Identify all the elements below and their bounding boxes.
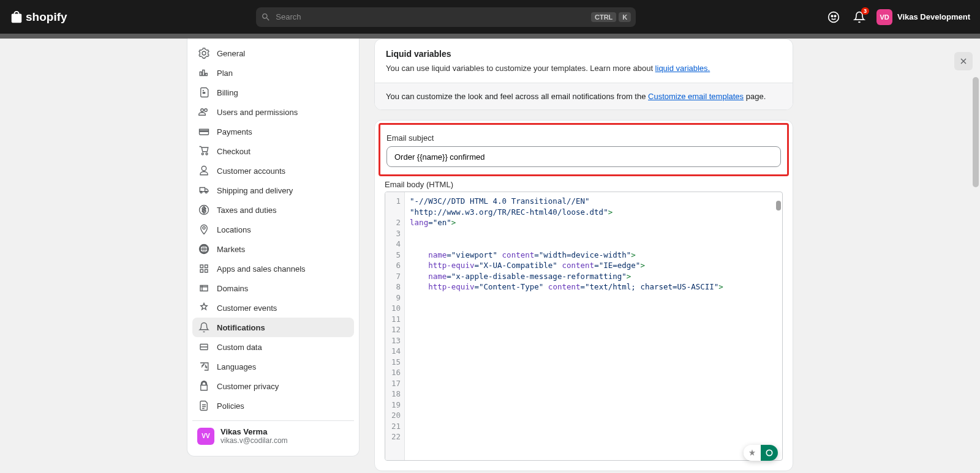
sidebar-item-customer-accounts[interactable]: Customer accounts [192, 161, 354, 181]
liquid-desc: You can use liquid variables to customiz… [386, 64, 782, 73]
sidebar-item-shipping-and-delivery[interactable]: Shipping and delivery [192, 181, 354, 200]
person-icon [198, 165, 209, 176]
keyboard-shortcut: CTRLK [591, 12, 631, 22]
pin-icon [198, 224, 209, 235]
sidebar-item-label: Languages [217, 362, 256, 371]
sidebar-item-markets[interactable]: Markets [192, 239, 354, 259]
user-email: vikas.v@codilar.com [221, 436, 288, 445]
sidebar-item-billing[interactable]: Billing [192, 83, 354, 102]
search-input[interactable]: Search CTRLK [256, 7, 636, 27]
floating-action-button[interactable] [744, 445, 778, 461]
user-name: Vikas Verma [221, 427, 288, 436]
sidebar-item-apps-and-sales-channels[interactable]: Apps and sales channels [192, 259, 354, 278]
shopify-bag-icon [10, 10, 23, 24]
notification-badge: 3 [861, 7, 869, 15]
policy-icon [198, 400, 209, 411]
users-icon [198, 106, 209, 117]
code-content[interactable]: "-//W3C//DTD HTML 4.0 Transitional//EN" … [405, 192, 782, 460]
line-gutter: 12345678910111213141516171819202122 [385, 192, 405, 460]
sidebar-item-customer-privacy[interactable]: Customer privacy [192, 376, 354, 396]
domain-icon [198, 283, 209, 294]
sidebar-item-policies[interactable]: Policies [192, 396, 354, 415]
sidebar-item-payments[interactable]: Payments [192, 122, 354, 141]
sidebar-item-label: Notifications [217, 323, 265, 332]
email-body-editor[interactable]: 12345678910111213141516171819202122 "-//… [385, 192, 783, 461]
sidebar-item-label: Custom data [217, 343, 262, 352]
svg-point-3 [766, 450, 772, 455]
plan-icon [198, 67, 209, 78]
sidebar-item-customer-events[interactable]: Customer events [192, 298, 354, 318]
sidebar-item-general[interactable]: General [192, 43, 354, 63]
notifications-icon[interactable]: 3 [851, 9, 868, 26]
sidebar-item-label: Customer privacy [217, 382, 279, 391]
store-switcher[interactable]: VD Vikas Development [876, 9, 970, 25]
email-subject-input[interactable] [386, 146, 781, 167]
liquid-variables-card: Liquid variables You can use liquid vari… [374, 39, 793, 110]
cart-icon [198, 146, 209, 157]
bell-icon [198, 322, 209, 333]
store-name: Vikas Development [897, 12, 970, 21]
email-body-label: Email body (HTML) [385, 180, 793, 189]
svg-point-1 [831, 15, 833, 17]
settings-sidebar: GeneralPlanBillingUsers and permissionsP… [187, 39, 360, 456]
sidebar-item-languages[interactable]: Languages [192, 357, 354, 376]
logo[interactable]: shopify [10, 10, 67, 24]
sidebar-item-label: Shipping and delivery [217, 186, 293, 195]
events-icon [198, 302, 209, 313]
sidebar-item-label: Policies [217, 401, 244, 411]
sidebar-item-label: Domains [217, 284, 248, 293]
page-scrollbar-track[interactable] [971, 77, 980, 473]
store-avatar: VD [876, 9, 892, 25]
gear-icon [198, 48, 209, 59]
sidebar-item-taxes-and-duties[interactable]: Taxes and duties [192, 200, 354, 220]
sidebar-item-users-and-permissions[interactable]: Users and permissions [192, 102, 354, 122]
gift-icon[interactable] [825, 9, 842, 26]
sidebar-item-label: Users and permissions [217, 108, 298, 117]
editor-scrollbar[interactable] [776, 201, 781, 210]
sidebar-item-label: Apps and sales channels [217, 264, 306, 274]
sidebar-item-label: Customer events [217, 304, 277, 313]
apps-icon [198, 263, 209, 274]
svg-point-2 [834, 15, 836, 17]
sidebar-item-plan[interactable]: Plan [192, 63, 354, 83]
lang-icon [198, 361, 209, 372]
sidebar-item-label: Payments [217, 127, 252, 136]
sidebar-item-notifications[interactable]: Notifications [192, 318, 354, 337]
email-subject-highlight: Email subject [379, 123, 789, 176]
payments-icon [198, 126, 209, 137]
sidebar-item-label: Plan [217, 69, 233, 78]
sidebar-item-label: Customer accounts [217, 166, 285, 176]
billing-icon [198, 87, 209, 98]
sidebar-item-label: Markets [217, 245, 245, 254]
page-scrollbar-thumb[interactable] [973, 77, 979, 187]
user-card[interactable]: VV Vikas Verma vikas.v@codilar.com [192, 420, 354, 451]
sidebar-item-label: Locations [217, 225, 251, 234]
close-button[interactable] [954, 52, 973, 70]
search-placeholder: Search [276, 12, 586, 21]
svg-point-0 [829, 12, 839, 22]
liquid-footer: You can customize the look and feel acro… [375, 83, 793, 110]
money-icon [198, 204, 209, 215]
search-icon [261, 12, 271, 22]
sidebar-item-checkout[interactable]: Checkout [192, 141, 354, 161]
sidebar-item-domains[interactable]: Domains [192, 278, 354, 298]
logo-text: shopify [26, 10, 67, 24]
sidebar-item-label: Checkout [217, 147, 251, 156]
sidebar-item-label: Taxes and duties [217, 206, 277, 215]
globe-icon [198, 244, 209, 255]
email-template-card: Email subject Email body (HTML) 12345678… [374, 120, 793, 471]
liquid-variables-link[interactable]: liquid variables. [655, 64, 710, 73]
liquid-title: Liquid variables [386, 49, 782, 59]
customize-templates-link[interactable]: Customize email templates [648, 92, 744, 101]
sidebar-item-label: General [217, 49, 245, 58]
truck-icon [198, 185, 209, 196]
sidebar-item-custom-data[interactable]: Custom data [192, 337, 354, 357]
topbar: shopify Search CTRLK 3 VD Vikas Developm… [0, 0, 980, 34]
subheader-strip [0, 34, 980, 39]
email-subject-label: Email subject [386, 133, 781, 143]
user-avatar: VV [197, 428, 214, 445]
data-icon [198, 341, 209, 352]
sidebar-item-locations[interactable]: Locations [192, 220, 354, 239]
sidebar-item-label: Billing [217, 88, 238, 97]
lock-icon [198, 381, 209, 392]
